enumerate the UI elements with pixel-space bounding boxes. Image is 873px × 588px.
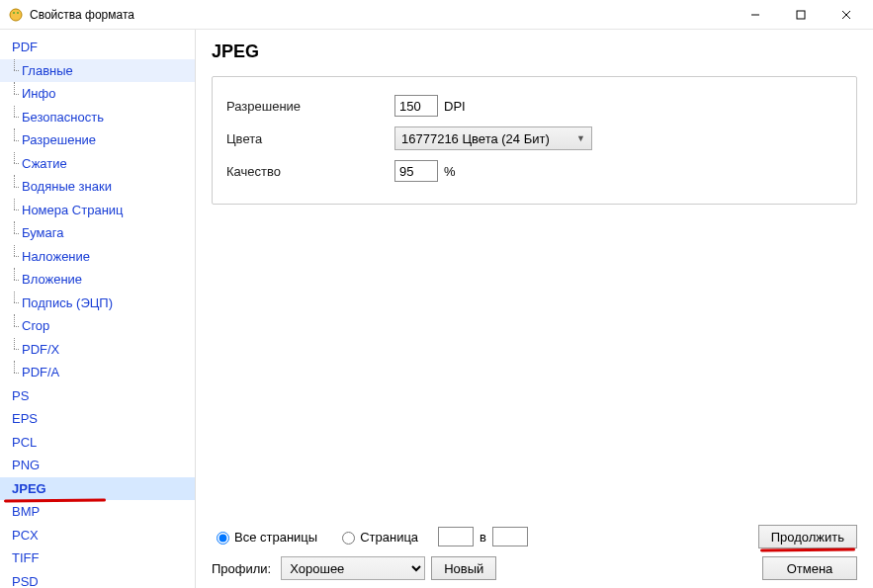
resolution-unit: DPI bbox=[444, 99, 466, 114]
format-tree: PDFГлавныеИнфоБезопасностьРазрешениеСжат… bbox=[0, 30, 196, 588]
profiles-label: Профили: bbox=[212, 561, 271, 576]
quality-label: Качество bbox=[226, 164, 394, 179]
radio-page-range-label: Страница bbox=[360, 530, 418, 545]
close-button[interactable] bbox=[824, 0, 869, 30]
tree-item-psd[interactable]: PSD bbox=[0, 570, 195, 589]
tree-item-водяные-знаки[interactable]: Водяные знаки bbox=[0, 175, 195, 199]
tree-item-бумага[interactable]: Бумага bbox=[0, 221, 195, 245]
tree-item-png[interactable]: PNG bbox=[0, 454, 195, 477]
row-quality: Качество % bbox=[226, 160, 842, 182]
tree-item-главные[interactable]: Главные bbox=[0, 59, 195, 83]
tree-item-разрешение[interactable]: Разрешение bbox=[0, 128, 195, 152]
svg-point-0 bbox=[10, 9, 22, 21]
radio-page-range-input[interactable] bbox=[342, 532, 355, 545]
page-from-input[interactable] bbox=[438, 527, 474, 546]
quality-input[interactable] bbox=[394, 160, 438, 182]
tree-item-bmp[interactable]: BMP bbox=[0, 500, 195, 524]
tree-item-pcl[interactable]: PCL bbox=[0, 431, 195, 455]
page-range-separator: в bbox=[480, 530, 486, 545]
tree-item-сжатие[interactable]: Сжатие bbox=[0, 152, 195, 176]
page-to-input[interactable] bbox=[492, 527, 528, 546]
svg-point-2 bbox=[17, 12, 19, 14]
continue-button[interactable]: Продолжить bbox=[758, 525, 857, 548]
main-panel: JPEG Разрешение DPI Цвета 16777216 Цвета… bbox=[196, 30, 873, 588]
tree-item-инфо[interactable]: Инфо bbox=[0, 82, 195, 106]
resolution-label: Разрешение bbox=[226, 99, 394, 114]
radio-all-pages[interactable]: Все страницы bbox=[212, 529, 317, 545]
quality-unit: % bbox=[444, 164, 456, 179]
tree-item-pdf-x[interactable]: PDF/X bbox=[0, 338, 195, 362]
colors-select[interactable]: 16777216 Цвета (24 Бит) ▼ bbox=[394, 126, 592, 150]
tree-item-tiff[interactable]: TIFF bbox=[0, 546, 195, 570]
radio-all-pages-input[interactable] bbox=[217, 532, 229, 545]
tree-item-номера-страниц[interactable]: Номера Страниц bbox=[0, 199, 195, 222]
tree-item-pdf-a[interactable]: PDF/A bbox=[0, 361, 195, 384]
tree-item-pdf[interactable]: PDF bbox=[0, 36, 195, 59]
bottom-bar: Все страницы Страница в Продолжить Профи bbox=[212, 517, 857, 580]
minimize-button[interactable] bbox=[733, 0, 778, 30]
colors-label: Цвета bbox=[226, 131, 394, 146]
resolution-input[interactable] bbox=[394, 95, 438, 117]
tree-item-crop[interactable]: Crop bbox=[0, 314, 195, 338]
app-icon bbox=[8, 7, 24, 23]
tree-item-eps[interactable]: EPS bbox=[0, 407, 195, 431]
radio-all-pages-label: Все страницы bbox=[234, 530, 317, 545]
row-colors: Цвета 16777216 Цвета (24 Бит) ▼ bbox=[226, 126, 842, 150]
radio-page-range[interactable]: Страница bbox=[337, 529, 418, 545]
cancel-button[interactable]: Отмена bbox=[762, 556, 857, 580]
tree-item-вложение[interactable]: Вложение bbox=[0, 268, 195, 292]
tree-item-безопасность[interactable]: Безопасность bbox=[0, 106, 195, 129]
tree-item-pcx[interactable]: PCX bbox=[0, 524, 195, 547]
tree-item-ps[interactable]: PS bbox=[0, 384, 195, 408]
colors-select-value: 16777216 Цвета (24 Бит) bbox=[401, 131, 550, 146]
svg-rect-4 bbox=[797, 11, 805, 19]
tree-item-jpeg[interactable]: JPEG bbox=[0, 477, 195, 501]
profiles-select[interactable]: Хорошее bbox=[281, 556, 425, 580]
panel-heading: JPEG bbox=[212, 42, 857, 62]
tree-item-подпись-эцп-[interactable]: Подпись (ЭЦП) bbox=[0, 292, 195, 315]
row-resolution: Разрешение DPI bbox=[226, 95, 842, 117]
window-title: Свойства формата bbox=[30, 8, 134, 22]
tree-item-наложение[interactable]: Наложение bbox=[0, 245, 195, 269]
chevron-down-icon: ▼ bbox=[576, 133, 585, 143]
maximize-button[interactable] bbox=[778, 0, 824, 30]
settings-group: Разрешение DPI Цвета 16777216 Цвета (24 … bbox=[212, 76, 857, 205]
new-profile-button[interactable]: Новый bbox=[431, 556, 496, 580]
svg-point-1 bbox=[13, 12, 15, 14]
title-bar: Свойства формата bbox=[0, 0, 873, 30]
